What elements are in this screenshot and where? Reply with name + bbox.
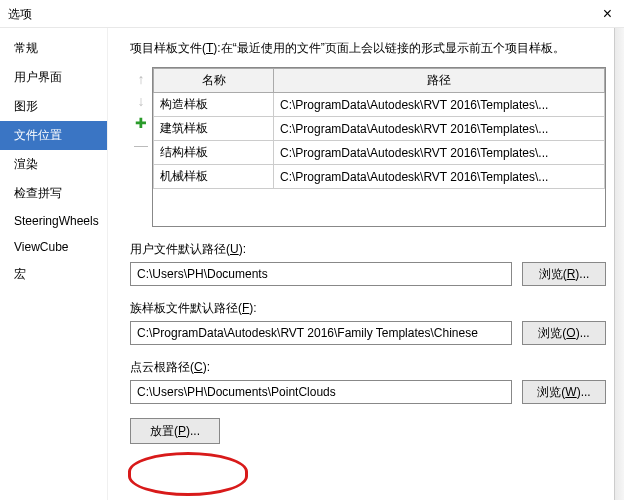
user-path-label: 用户文件默认路径(U): bbox=[130, 241, 606, 258]
family-path-input[interactable] bbox=[130, 321, 512, 345]
sidebar-item-rendering[interactable]: 渲染 bbox=[0, 150, 107, 179]
cell-path[interactable]: C:\ProgramData\Autodesk\RVT 2016\Templat… bbox=[274, 93, 605, 117]
templates-area: ↑ ↓ ✚ — 名称 路径 构造样板C:\ProgramData\Autodes… bbox=[130, 67, 606, 227]
user-path-input[interactable] bbox=[130, 262, 512, 286]
table-row[interactable]: 机械样板C:\ProgramData\Autodesk\RVT 2016\Tem… bbox=[154, 165, 605, 189]
cell-name[interactable]: 构造样板 bbox=[154, 93, 274, 117]
col-path-header[interactable]: 路径 bbox=[274, 69, 605, 93]
family-path-label: 族样板文件默认路径(F): bbox=[130, 300, 606, 317]
browse-pointcloud-button[interactable]: 浏览(W)... bbox=[522, 380, 606, 404]
cell-name[interactable]: 结构样板 bbox=[154, 141, 274, 165]
cell-name[interactable]: 机械样板 bbox=[154, 165, 274, 189]
sidebar-item-general[interactable]: 常规 bbox=[0, 34, 107, 63]
table-row[interactable]: 构造样板C:\ProgramData\Autodesk\RVT 2016\Tem… bbox=[154, 93, 605, 117]
places-button[interactable]: 放置(P)... bbox=[130, 418, 220, 444]
table-row[interactable]: 建筑样板C:\ProgramData\Autodesk\RVT 2016\Tem… bbox=[154, 117, 605, 141]
pointcloud-path-input[interactable] bbox=[130, 380, 512, 404]
cell-name[interactable]: 建筑样板 bbox=[154, 117, 274, 141]
move-up-icon[interactable]: ↑ bbox=[133, 71, 149, 87]
pointcloud-path-group: 点云根路径(C): 浏览(W)... bbox=[130, 359, 606, 404]
move-down-icon[interactable]: ↓ bbox=[133, 93, 149, 109]
sidebar-item-steeringwheels[interactable]: SteeringWheels bbox=[0, 208, 107, 234]
cell-path[interactable]: C:\ProgramData\Autodesk\RVT 2016\Templat… bbox=[274, 165, 605, 189]
family-path-group: 族样板文件默认路径(F): 浏览(O)... bbox=[130, 300, 606, 345]
sidebar: 常规 用户界面 图形 文件位置 渲染 检查拼写 SteeringWheels V… bbox=[0, 28, 108, 500]
pointcloud-path-label: 点云根路径(C): bbox=[130, 359, 606, 376]
title-bar: 选项 × bbox=[0, 0, 624, 28]
table-row[interactable]: 结构样板C:\ProgramData\Autodesk\RVT 2016\Tem… bbox=[154, 141, 605, 165]
browse-family-button[interactable]: 浏览(O)... bbox=[522, 321, 606, 345]
sidebar-item-file-locations[interactable]: 文件位置 bbox=[0, 121, 107, 150]
sidebar-item-graphics[interactable]: 图形 bbox=[0, 92, 107, 121]
browse-user-button[interactable]: 浏览(R)... bbox=[522, 262, 606, 286]
sidebar-item-macros[interactable]: 宏 bbox=[0, 260, 107, 289]
add-icon[interactable]: ✚ bbox=[133, 115, 149, 131]
templates-table[interactable]: 名称 路径 构造样板C:\ProgramData\Autodesk\RVT 20… bbox=[152, 67, 606, 227]
cell-path[interactable]: C:\ProgramData\Autodesk\RVT 2016\Templat… bbox=[274, 117, 605, 141]
cell-path[interactable]: C:\ProgramData\Autodesk\RVT 2016\Templat… bbox=[274, 141, 605, 165]
sidebar-item-viewcube[interactable]: ViewCube bbox=[0, 234, 107, 260]
window-title: 选项 bbox=[8, 0, 32, 28]
content-panel: 项目样板文件(T):在“最近使用的文件”页面上会以链接的形式显示前五个项目样板。… bbox=[108, 28, 624, 500]
sidebar-item-spellcheck[interactable]: 检查拼写 bbox=[0, 179, 107, 208]
table-toolbar: ↑ ↓ ✚ — bbox=[130, 67, 152, 227]
sidebar-item-ui[interactable]: 用户界面 bbox=[0, 63, 107, 92]
main-layout: 常规 用户界面 图形 文件位置 渲染 检查拼写 SteeringWheels V… bbox=[0, 28, 624, 500]
close-icon[interactable]: × bbox=[599, 0, 616, 28]
user-path-group: 用户文件默认路径(U): 浏览(R)... bbox=[130, 241, 606, 286]
col-name-header[interactable]: 名称 bbox=[154, 69, 274, 93]
intro-text: 项目样板文件(T):在“最近使用的文件”页面上会以链接的形式显示前五个项目样板。 bbox=[130, 40, 606, 57]
remove-icon[interactable]: — bbox=[133, 137, 149, 153]
right-edge-strip bbox=[614, 28, 624, 500]
